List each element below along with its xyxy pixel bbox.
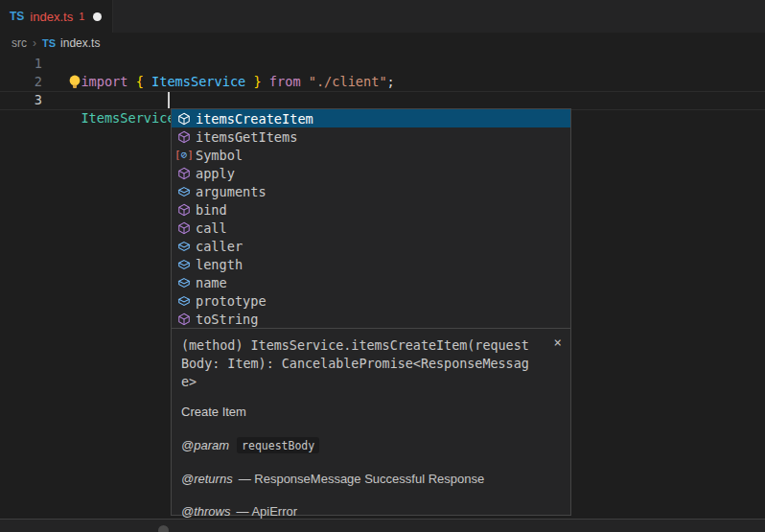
field-icon [175, 258, 193, 271]
doc-summary: Create Item [181, 405, 561, 419]
param-name-chip: requestBody [237, 437, 319, 453]
jsdoc-tag-text: — ResponseMessage Successful Response [239, 472, 485, 486]
signature-line: e> [181, 373, 561, 391]
suggestion-label: bind [196, 202, 227, 218]
method-icon [175, 167, 193, 180]
suggestion-arguments[interactable]: arguments [172, 182, 570, 200]
method-icon [175, 112, 193, 126]
suggestion-label: toString [196, 312, 258, 327]
suggestion-label: name [196, 275, 227, 290]
suggest-details-panel: × (method) ItemsService.itemsCreateItem(… [171, 329, 571, 516]
tab-filename: index.ts [30, 10, 73, 24]
token-open-brace: { [136, 74, 151, 89]
doc-tag-param: @param requestBody [181, 437, 561, 453]
doc-tag-throws: @throws — ApiError [181, 504, 561, 519]
suggestion-label: itemsCreateItem [196, 111, 313, 127]
token-from-keyword: from [269, 74, 309, 89]
signature-line: Body: Item): CancelablePromise<ResponseM… [181, 355, 561, 373]
jsdoc-tag: @param [181, 438, 229, 452]
method-icon [175, 130, 193, 144]
suggestion-toString[interactable]: toString [172, 310, 570, 328]
code-line-1[interactable]: import { ItemsService } from "./client"; [65, 55, 395, 73]
suggestion-label: itemsGetItems [196, 129, 297, 145]
suggestion-prototype[interactable]: prototype [172, 291, 570, 310]
field-icon [175, 276, 193, 289]
suggestion-label: call [196, 220, 227, 236]
jsdoc-tag-text: — ApiError [237, 504, 298, 519]
tab-index-ts[interactable]: TS index.ts 1 [0, 0, 113, 33]
suggestion-label: prototype [196, 293, 267, 309]
text-cursor [168, 92, 170, 108]
method-icon [175, 221, 193, 235]
quick-fix-lightbulb-icon[interactable] [68, 75, 81, 89]
suggestion-label: caller [196, 239, 243, 254]
symbol-misc-icon: [⊘] [175, 149, 193, 161]
code-line-3[interactable]: ItemsService. [65, 91, 183, 109]
close-icon[interactable]: × [554, 335, 562, 349]
token-class-reference: ItemsService [81, 110, 174, 126]
suggestion-length[interactable]: length [172, 255, 570, 273]
suggestion-bind[interactable]: bind [172, 200, 570, 219]
doc-tag-returns: @returns — ResponseMessage Successful Re… [181, 472, 561, 486]
suggestion-label: apply [196, 166, 235, 181]
token-module-string: "./client" [309, 74, 387, 89]
token-imported-name: ItemsService [151, 74, 245, 89]
suggestion-apply[interactable]: apply [172, 164, 570, 182]
partial-circle-decoration [158, 525, 169, 532]
token-import-keyword: import [81, 74, 135, 89]
suggest-widget: itemsCreateItem itemsGetItems [⊘] Symbol… [171, 108, 571, 329]
tab-problem-count: 1 [79, 11, 84, 22]
modified-dot-icon[interactable] [93, 12, 102, 21]
jsdoc-tag: @throws [181, 504, 231, 519]
breadcrumb-folder[interactable]: src [12, 36, 27, 50]
field-icon [175, 185, 193, 198]
field-icon [175, 294, 193, 308]
breadcrumb-file[interactable]: index.ts [60, 36, 100, 50]
suggestion-label: Symbol [196, 148, 243, 163]
tab-bar: TS index.ts 1 [0, 0, 765, 33]
suggestion-itemsGetItems[interactable]: itemsGetItems [172, 127, 570, 146]
suggestion-label: arguments [196, 184, 267, 199]
method-icon [175, 203, 193, 217]
line-number-2: 2 [0, 73, 42, 91]
suggestion-Symbol[interactable]: [⊘] Symbol [172, 146, 570, 164]
breadcrumb: src › TS index.ts [0, 33, 765, 54]
signature-line: (method) ItemsService.itemsCreateItem(re… [181, 336, 561, 355]
jsdoc-tag: @returns [181, 472, 233, 486]
bottom-panel-strip [0, 520, 765, 532]
suggestion-label: length [196, 257, 243, 272]
suggestion-call[interactable]: call [172, 219, 570, 237]
suggestion-name[interactable]: name [172, 273, 570, 291]
suggestion-caller[interactable]: caller [172, 237, 570, 255]
line-number-1: 1 [0, 55, 42, 73]
method-icon [175, 312, 193, 326]
typescript-file-icon: TS [42, 37, 56, 49]
typescript-file-icon: TS [10, 10, 24, 23]
chevron-right-icon: › [33, 36, 36, 50]
suggestion-itemsCreateItem[interactable]: itemsCreateItem [172, 109, 570, 127]
token-close-brace: } [245, 74, 269, 89]
line-number-3: 3 [0, 91, 42, 109]
token-semicolon: ; [387, 74, 395, 89]
field-icon [175, 240, 193, 253]
